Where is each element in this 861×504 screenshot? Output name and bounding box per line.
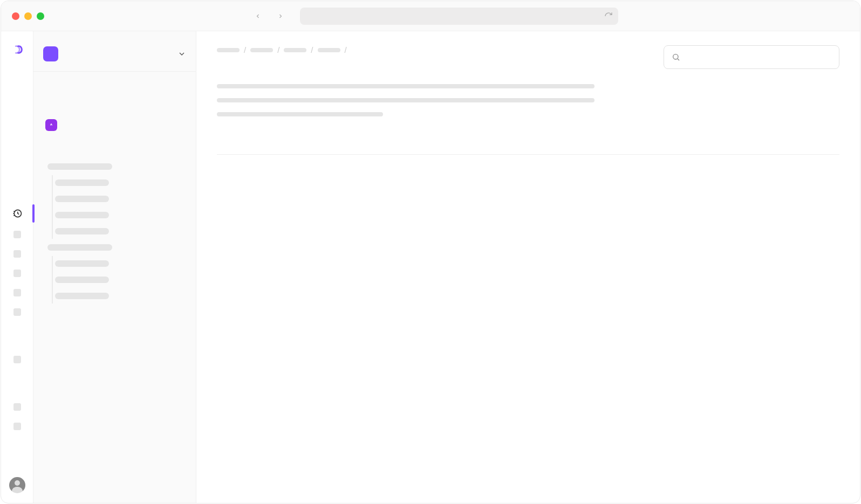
ai-badge-icon xyxy=(45,119,57,131)
sidebar-placeholder-group xyxy=(33,148,196,314)
app-rail xyxy=(1,31,33,503)
titlebar xyxy=(1,1,860,31)
breadcrumb: / / / / xyxy=(217,45,351,54)
rail-placeholder xyxy=(13,289,21,296)
sidebar-item-my-calls[interactable] xyxy=(33,96,196,112)
breadcrumb-placeholder xyxy=(284,48,306,52)
org-selector[interactable] xyxy=(33,40,196,72)
svg-point-1 xyxy=(673,54,678,59)
minimize-window-button[interactable] xyxy=(24,12,32,20)
breadcrumb-placeholder xyxy=(217,48,240,52)
main-content: / / / / xyxy=(196,31,860,503)
maximize-window-button[interactable] xyxy=(37,12,44,20)
rail-history-button[interactable] xyxy=(12,208,23,219)
close-window-button[interactable] xyxy=(12,12,19,20)
chart-x-axis xyxy=(268,302,818,324)
sidebar-item-all-calls[interactable] xyxy=(33,81,196,96)
rail-placeholder xyxy=(13,270,21,277)
app-logo-icon[interactable] xyxy=(10,44,25,55)
sidebar-item-csat[interactable] xyxy=(33,112,196,139)
breadcrumb-placeholder xyxy=(250,48,273,52)
chart xyxy=(242,178,818,324)
rail-placeholder xyxy=(13,231,21,238)
svg-line-2 xyxy=(678,59,679,60)
rail-placeholder xyxy=(13,308,21,316)
rail-placeholder xyxy=(13,423,21,430)
chart-plot xyxy=(268,178,818,302)
user-avatar[interactable] xyxy=(9,477,25,493)
forward-button[interactable] xyxy=(277,13,284,19)
traffic-lights xyxy=(12,12,44,20)
sidebar xyxy=(33,31,196,503)
back-button[interactable] xyxy=(255,13,261,19)
search-icon xyxy=(672,53,680,61)
rail-placeholder xyxy=(13,403,21,411)
rail-placeholder xyxy=(13,250,21,258)
search-field[interactable] xyxy=(664,45,839,69)
address-bar[interactable] xyxy=(300,8,618,25)
chevron-down-icon xyxy=(177,50,186,58)
description-placeholder xyxy=(217,84,594,116)
search-input[interactable] xyxy=(686,52,831,63)
org-badge xyxy=(43,46,58,61)
refresh-icon[interactable] xyxy=(604,12,613,20)
rail-placeholder xyxy=(13,356,21,363)
chart-y-axis xyxy=(242,178,264,302)
breadcrumb-placeholder xyxy=(318,48,340,52)
